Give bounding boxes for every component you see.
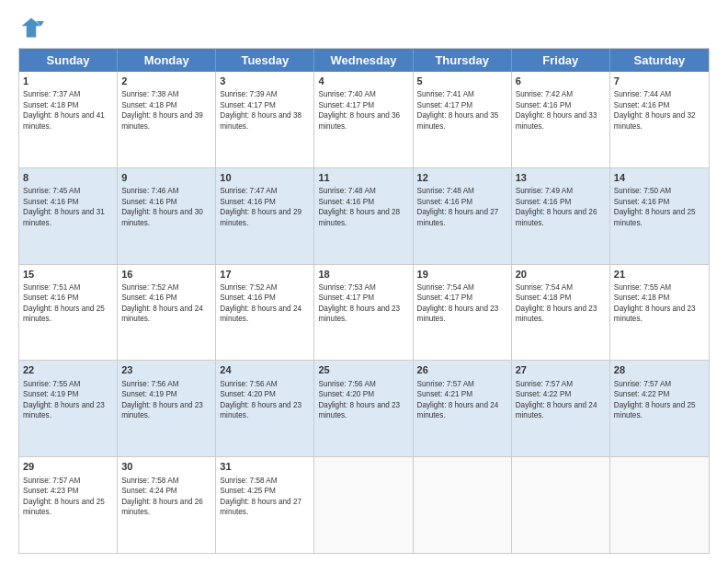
day-cell: 9 Sunrise: 7:46 AMSunset: 4:16 PMDayligh… [118,168,216,264]
day-number: 1 [23,75,113,88]
day-cell: 8 Sunrise: 7:45 AMSunset: 4:16 PMDayligh… [19,168,118,264]
empty-cell [414,457,512,553]
sunrise-text: Sunrise: 7:49 AM [516,187,573,195]
sunset-text: Sunset: 4:16 PM [23,198,79,206]
day-cell: 2 Sunrise: 7:38 AMSunset: 4:18 PMDayligh… [118,72,216,167]
day-cell: 10 Sunrise: 7:47 AMSunset: 4:16 PMDaylig… [216,168,314,264]
sunset-text: Sunset: 4:23 PM [23,487,79,495]
empty-cell [314,457,413,553]
day-number: 23 [121,363,211,377]
day-cell: 5 Sunrise: 7:41 AMSunset: 4:17 PMDayligh… [414,72,512,167]
sunset-text: Sunset: 4:16 PM [614,101,670,109]
day-header: Sunday [19,49,118,72]
day-cell: 6 Sunrise: 7:42 AMSunset: 4:16 PMDayligh… [512,72,610,167]
day-cell: 24 Sunrise: 7:56 AMSunset: 4:20 PMDaylig… [216,361,314,456]
daylight-text: Daylight: 8 hours and 25 minutes. [23,498,105,516]
sunset-text: Sunset: 4:22 PM [614,390,670,398]
daylight-text: Daylight: 8 hours and 24 minutes. [516,401,597,419]
daylight-text: Daylight: 8 hours and 25 minutes. [614,208,696,226]
sunset-text: Sunset: 4:16 PM [121,198,177,206]
sunset-text: Sunset: 4:22 PM [516,390,572,398]
sunset-text: Sunset: 4:16 PM [516,101,572,109]
daylight-text: Daylight: 8 hours and 27 minutes. [417,208,499,226]
daylight-text: Daylight: 8 hours and 33 minutes. [516,111,597,130]
daylight-text: Daylight: 8 hours and 23 minutes. [220,401,301,419]
sunrise-text: Sunrise: 7:38 AM [121,90,178,98]
day-number: 12 [417,171,507,185]
sunrise-text: Sunrise: 7:42 AM [516,90,573,98]
sunset-text: Sunset: 4:19 PM [121,390,177,398]
day-cell: 12 Sunrise: 7:48 AMSunset: 4:16 PMDaylig… [414,168,512,264]
day-number: 29 [23,460,113,474]
sunrise-text: Sunrise: 7:58 AM [121,477,178,485]
sunset-text: Sunset: 4:17 PM [220,101,276,109]
sunset-text: Sunset: 4:20 PM [318,390,374,398]
sunrise-text: Sunrise: 7:57 AM [614,380,671,388]
sunrise-text: Sunrise: 7:52 AM [121,283,178,292]
day-cell: 4 Sunrise: 7:40 AMSunset: 4:17 PMDayligh… [314,72,413,167]
day-number: 2 [121,75,211,88]
sunrise-text: Sunrise: 7:45 AM [23,187,80,195]
day-number: 14 [614,171,705,185]
sunrise-text: Sunrise: 7:37 AM [23,90,80,98]
sunrise-text: Sunrise: 7:57 AM [516,380,573,388]
day-cell: 19 Sunrise: 7:54 AMSunset: 4:17 PMDaylig… [414,265,512,361]
day-header: Friday [512,49,610,72]
day-cell: 22 Sunrise: 7:55 AMSunset: 4:19 PMDaylig… [19,361,118,456]
day-cell: 28 Sunrise: 7:57 AMSunset: 4:22 PMDaylig… [610,361,709,456]
sunrise-text: Sunrise: 7:58 AM [220,477,277,485]
sunrise-text: Sunrise: 7:40 AM [318,90,375,98]
daylight-text: Daylight: 8 hours and 38 minutes. [220,111,301,130]
daylight-text: Daylight: 8 hours and 23 minutes. [318,304,400,323]
sunset-text: Sunset: 4:24 PM [121,487,177,495]
daylight-text: Daylight: 8 hours and 39 minutes. [121,111,203,130]
day-number: 19 [417,268,507,282]
sunrise-text: Sunrise: 7:41 AM [417,90,474,98]
sunrise-text: Sunrise: 7:39 AM [220,90,277,98]
sunrise-text: Sunrise: 7:52 AM [220,283,277,292]
day-cell: 14 Sunrise: 7:50 AMSunset: 4:16 PMDaylig… [610,168,709,264]
day-number: 13 [516,171,606,185]
daylight-text: Daylight: 8 hours and 23 minutes. [417,304,499,323]
sunrise-text: Sunrise: 7:44 AM [614,90,671,98]
page: SundayMondayTuesdayWednesdayThursdayFrid… [0,0,728,563]
day-cell: 21 Sunrise: 7:55 AMSunset: 4:18 PMDaylig… [610,265,709,361]
daylight-text: Daylight: 8 hours and 41 minutes. [23,111,105,130]
day-number: 20 [516,268,606,282]
day-cell: 29 Sunrise: 7:57 AMSunset: 4:23 PMDaylig… [19,457,118,553]
sunrise-text: Sunrise: 7:55 AM [23,380,80,388]
daylight-text: Daylight: 8 hours and 26 minutes. [121,498,203,516]
day-cell: 23 Sunrise: 7:56 AMSunset: 4:19 PMDaylig… [118,361,216,456]
daylight-text: Daylight: 8 hours and 23 minutes. [516,304,597,323]
daylight-text: Daylight: 8 hours and 27 minutes. [220,498,301,516]
sunrise-text: Sunrise: 7:57 AM [417,380,474,388]
daylight-text: Daylight: 8 hours and 24 minutes. [220,304,301,323]
daylight-text: Daylight: 8 hours and 23 minutes. [121,401,203,419]
sunrise-text: Sunrise: 7:57 AM [23,477,80,485]
daylight-text: Daylight: 8 hours and 31 minutes. [23,208,105,226]
calendar: SundayMondayTuesdayWednesdayThursdayFrid… [18,48,710,554]
day-number: 17 [220,268,310,282]
svg-marker-1 [22,18,41,38]
day-cell: 26 Sunrise: 7:57 AMSunset: 4:21 PMDaylig… [414,361,512,456]
daylight-text: Daylight: 8 hours and 23 minutes. [614,304,696,323]
daylight-text: Daylight: 8 hours and 32 minutes. [614,111,696,130]
sunset-text: Sunset: 4:18 PM [23,101,79,109]
sunrise-text: Sunrise: 7:56 AM [121,380,178,388]
day-cell: 17 Sunrise: 7:52 AMSunset: 4:16 PMDaylig… [216,265,314,361]
day-number: 25 [318,363,408,377]
day-header: Monday [118,49,216,72]
day-number: 27 [516,363,606,377]
empty-cell [610,457,709,553]
sunset-text: Sunset: 4:18 PM [516,293,572,302]
sunrise-text: Sunrise: 7:48 AM [318,187,375,195]
daylight-text: Daylight: 8 hours and 24 minutes. [417,401,499,419]
day-number: 30 [121,460,211,474]
day-cell: 31 Sunrise: 7:58 AMSunset: 4:25 PMDaylig… [216,457,314,553]
daylight-text: Daylight: 8 hours and 23 minutes. [318,401,400,419]
sunset-text: Sunset: 4:17 PM [417,293,473,302]
calendar-week-row: 29 Sunrise: 7:57 AMSunset: 4:23 PMDaylig… [19,457,709,553]
sunset-text: Sunset: 4:16 PM [318,198,374,206]
day-number: 22 [23,363,113,377]
sunset-text: Sunset: 4:16 PM [23,293,79,302]
